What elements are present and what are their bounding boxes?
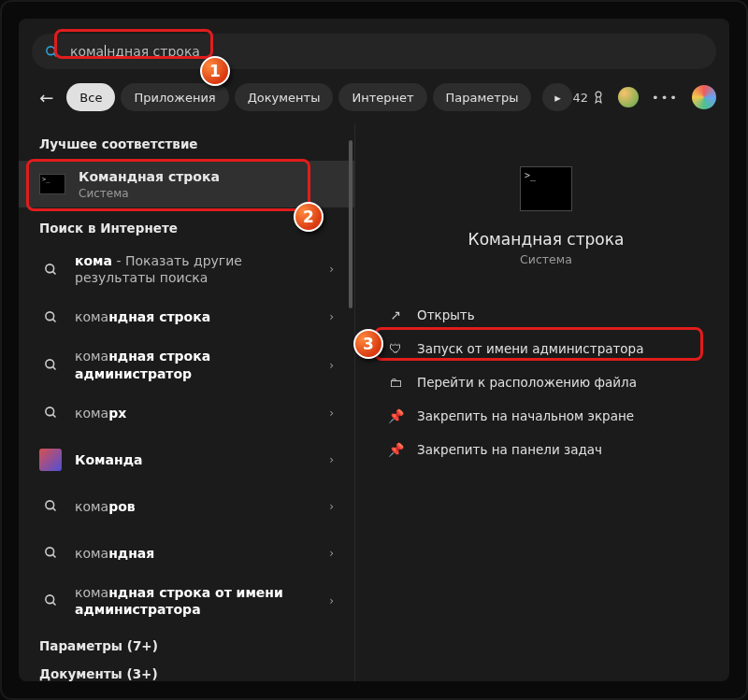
tab-internet[interactable]: Интернет — [338, 83, 426, 111]
filter-nav: ← Все Приложения Документы Интернет Пара… — [32, 80, 716, 114]
svg-line-4 — [52, 271, 55, 274]
search-query: командная строка — [70, 44, 200, 59]
svg-line-12 — [52, 508, 55, 511]
shield-icon: 🛡 — [387, 341, 404, 356]
app-name: Командная строка — [468, 230, 625, 249]
web-result[interactable]: командная › — [19, 530, 354, 577]
action-pin-taskbar[interactable]: 📌 Закрепить на панели задач — [381, 433, 711, 466]
team-icon — [39, 449, 62, 471]
search-icon — [39, 258, 62, 280]
search-icon — [39, 590, 62, 612]
action-pin-start[interactable]: 📌 Закрепить на начальном экране — [381, 399, 711, 433]
tab-documents[interactable]: Документы — [235, 83, 334, 111]
action-run-as-admin[interactable]: 🛡 Запуск от имени администратора — [381, 332, 711, 365]
web-result[interactable]: комарх › — [19, 390, 354, 436]
web-result[interactable]: командная строка от имени администратора… — [19, 577, 354, 625]
tab-settings[interactable]: Параметры — [433, 83, 532, 111]
svg-line-16 — [52, 603, 55, 606]
heading-documents[interactable]: Документы (3+) — [19, 663, 354, 681]
search-icon — [45, 45, 59, 59]
svg-line-10 — [52, 415, 55, 418]
chevron-right-icon: › — [329, 547, 334, 560]
chevron-right-icon: › — [329, 407, 334, 420]
search-icon — [39, 495, 62, 518]
chevron-right-icon: › — [329, 500, 334, 513]
preview-pane: Командная строка Система ↗ Открыть 🛡 Зап… — [355, 123, 729, 681]
svg-line-1 — [53, 53, 56, 56]
search-icon — [39, 354, 62, 377]
search-icon — [39, 306, 62, 328]
cmd-icon — [39, 174, 65, 194]
start-search-window: командная строка ← Все Приложения Докуме… — [19, 19, 729, 681]
search-input[interactable]: командная строка — [32, 34, 716, 69]
heading-best-match: Лучшее соответствие — [19, 123, 354, 161]
web-result[interactable]: комаров › — [19, 483, 354, 530]
svg-point-15 — [45, 595, 53, 604]
search-icon — [39, 542, 62, 564]
svg-point-11 — [45, 501, 53, 509]
web-result[interactable]: командная строка › — [19, 293, 354, 340]
heading-web: Поиск в Интернете — [19, 207, 354, 245]
user-avatar[interactable] — [618, 87, 639, 107]
rewards-points[interactable]: 42 — [572, 91, 605, 105]
svg-point-13 — [45, 548, 53, 556]
folder-icon: 🗀 — [387, 375, 404, 390]
svg-point-3 — [45, 264, 53, 273]
results-list: Лучшее соответствие Командная строка Сис… — [19, 123, 355, 681]
web-result[interactable]: командная строка администратор › — [19, 340, 354, 389]
chevron-right-icon: › — [329, 453, 334, 466]
svg-point-5 — [45, 312, 53, 321]
svg-point-2 — [596, 92, 601, 97]
copilot-icon[interactable] — [692, 85, 716, 109]
chevron-right-icon: › — [329, 359, 334, 372]
pin-icon: 📌 — [387, 408, 404, 423]
heading-settings[interactable]: Параметры (7+) — [19, 625, 354, 663]
tab-more[interactable]: ▸ — [542, 83, 572, 111]
tab-all[interactable]: Все — [66, 83, 115, 111]
web-result[interactable]: Команда › — [19, 436, 354, 483]
result-best-cmd[interactable]: Командная строка Система — [19, 161, 354, 207]
action-file-location[interactable]: 🗀 Перейти к расположению файла — [381, 365, 711, 399]
web-result[interactable]: кома - Показать другие результаты поиска… — [19, 245, 354, 293]
open-icon: ↗ — [387, 307, 404, 322]
scrollbar[interactable] — [349, 140, 352, 308]
svg-point-9 — [45, 407, 53, 416]
chevron-right-icon: › — [329, 263, 334, 276]
action-open[interactable]: ↗ Открыть — [381, 298, 711, 332]
svg-point-0 — [47, 46, 55, 54]
svg-line-6 — [52, 319, 55, 321]
back-button[interactable]: ← — [32, 82, 61, 112]
pin-icon: 📌 — [387, 442, 404, 457]
ellipsis-button[interactable]: ••• — [652, 91, 679, 105]
search-icon — [39, 402, 62, 424]
svg-line-8 — [52, 366, 55, 369]
chevron-right-icon: › — [329, 310, 334, 323]
app-icon-cmd — [520, 166, 572, 211]
svg-line-14 — [52, 555, 55, 558]
chevron-right-icon: › — [329, 594, 334, 607]
svg-point-7 — [45, 360, 53, 368]
app-category: Система — [520, 252, 572, 266]
tab-apps[interactable]: Приложения — [121, 83, 228, 111]
